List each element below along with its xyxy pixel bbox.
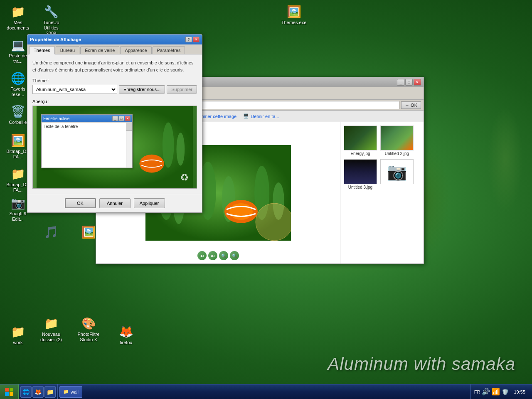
- icon-firefox[interactable]: 🦊 firefox: [111, 323, 140, 347]
- explorer-close-button[interactable]: ✕: [414, 79, 421, 86]
- tab-apparence[interactable]: Apparence: [120, 46, 151, 54]
- definir-link[interactable]: 🖥️ Définir en ta...: [243, 113, 279, 119]
- tab-parametres[interactable]: Paramètres: [153, 46, 185, 54]
- work-icon: 📁: [11, 325, 25, 338]
- desktop: 📁 Mes documents 🔧 TuneUp Utilities 2009 …: [0, 0, 532, 399]
- nouveau-dossier-icon: 📁: [44, 317, 58, 330]
- snagit-icon: 📷: [11, 196, 25, 209]
- dialog-cancel-button[interactable]: Annuler: [99, 198, 131, 208]
- dialog-help-button[interactable]: ?: [185, 37, 192, 42]
- tray-volume-icon[interactable]: 🔊: [482, 388, 490, 396]
- thumb-untitled3-label: Untitled 3.jpg: [344, 185, 377, 190]
- icon-tuneup[interactable]: 🔧 TuneUp Utilities 2009: [37, 3, 66, 38]
- preview-mini-content: Texte de la fenêtre: [42, 122, 132, 168]
- thumb-untitled3-image: [344, 159, 377, 184]
- themes-exe-label: Themes.exe: [281, 20, 307, 25]
- desktop-watermark: Aluminum with samaka: [328, 354, 515, 374]
- icon-photofiltre[interactable]: 🎨 PhotoFiltre Studio X: [74, 315, 103, 344]
- dialog-content: Un thème comprend une image d'arrière-pl…: [27, 54, 202, 194]
- theme-select[interactable]: Aluminum_with_samaka: [32, 85, 117, 94]
- explorer-minimize-button[interactable]: _: [397, 79, 404, 86]
- prev-zoom-in-button[interactable]: 🔍: [219, 251, 228, 260]
- quicklaunch-firefox[interactable]: 🦊: [32, 386, 44, 398]
- prev-zoom-out-button[interactable]: 🔍: [230, 251, 239, 260]
- dialog-title-text: Propriétés de Affichage: [30, 37, 81, 42]
- taskbar: 🌐 🦊 📁 📁 wall FR 🔊 📶 🛡️ 19:55: [0, 384, 532, 399]
- explorer-maximize-button[interactable]: □: [405, 79, 413, 86]
- taskbar-app-wall[interactable]: 📁 wall: [59, 386, 82, 398]
- thumb-grid: Energy.jpg Untitled 2.jpg Untitled 3.jpg…: [344, 126, 420, 190]
- preview-mini-scrollbar[interactable]: [126, 123, 132, 167]
- dialog-window-controls[interactable]: ? ✕: [185, 37, 200, 42]
- taskbar-quicklaunch: 🌐 🦊 📁: [19, 384, 58, 399]
- thumb-untitled3[interactable]: Untitled 3.jpg: [344, 159, 377, 190]
- dialog-tabs[interactable]: Thèmes Bureau Écran de veille Apparence …: [27, 44, 202, 54]
- go-arrow-icon: →: [405, 103, 409, 108]
- thumb-untitled2[interactable]: Untitled 2.jpg: [380, 126, 414, 156]
- taskbar-app-folder-icon: 📁: [63, 389, 69, 394]
- svg-point-9: [256, 203, 291, 241]
- app2-icon: 🖼️: [82, 225, 95, 239]
- tray-network-icon[interactable]: 📶: [492, 388, 500, 396]
- dialog-titlebar: Propriétés de Affichage ? ✕: [27, 34, 202, 44]
- address-go-button[interactable]: → OK: [401, 101, 421, 109]
- scrollbar-thumb: [126, 123, 132, 131]
- taskbar-tray: FR 🔊 📶 🛡️ 19:55: [470, 384, 532, 399]
- dialog-description: Un thème comprend une image d'arrière-pl…: [32, 59, 197, 73]
- dialog-apply-button[interactable]: Appliquer: [134, 198, 165, 208]
- app1-icon: 🎵: [44, 225, 58, 239]
- work-label: work: [5, 340, 31, 345]
- nouveau-dossier-label: Nouveau dossier (2): [38, 332, 64, 342]
- preview-controls[interactable]: ⏮ ⏭ 🔍 🔍: [197, 251, 239, 260]
- thumb-energy-image: [344, 126, 377, 150]
- prev-play-button[interactable]: ⏭: [208, 251, 217, 260]
- preview-mini-text: Texte de la fenêtre: [44, 124, 78, 129]
- corbeille-icon: 🗑️: [11, 105, 25, 118]
- theme-preview-box: Fenêtre active _ □ ✕ Texte de la fenêtre: [32, 106, 197, 189]
- mes-documents-label: Mes documents: [5, 20, 31, 31]
- icon-themes-exe[interactable]: 🖼️ Themes.exe: [279, 3, 308, 27]
- quicklaunch-explorer[interactable]: 📁: [44, 386, 56, 398]
- thumb-camera[interactable]: 📷: [380, 159, 414, 190]
- save-theme-button[interactable]: Enregistrer sous...: [119, 85, 165, 94]
- theme-field-label: Thème :: [32, 78, 197, 83]
- tray-security-icon[interactable]: 🛡️: [502, 389, 509, 395]
- thumb-energy[interactable]: Energy.jpg: [344, 126, 377, 156]
- favoris-reseau-icon: 🌐: [11, 71, 25, 85]
- start-logo: [5, 388, 13, 396]
- preview-mini-minimize[interactable]: _: [112, 116, 118, 121]
- icon-nouveau-dossier[interactable]: 📁 Nouveau dossier (2): [37, 315, 66, 344]
- thumb-untitled2-image: [380, 126, 414, 150]
- dialog-close-button[interactable]: ✕: [193, 37, 200, 42]
- svg-point-14: [163, 123, 174, 168]
- preview-mini-maximize[interactable]: □: [118, 116, 124, 121]
- preview-mini-close[interactable]: ✕: [125, 116, 131, 121]
- tray-lang: FR: [474, 389, 480, 394]
- tab-themes[interactable]: Thèmes: [29, 46, 55, 54]
- dialog-footer: OK Annuler Appliquer: [27, 194, 202, 212]
- firefox-icon: 🦊: [119, 325, 133, 338]
- delete-theme-button[interactable]: Supprimer: [167, 85, 197, 94]
- dialog-ok-button[interactable]: OK: [65, 198, 96, 208]
- explorer-controls[interactable]: _ □ ✕: [397, 79, 421, 86]
- preview-mini-controls[interactable]: _ □ ✕: [112, 116, 131, 121]
- themes-folder-icon: 📁: [11, 167, 25, 180]
- mes-documents-icon: 📁: [11, 5, 25, 18]
- icon-work[interactable]: 📁 work: [3, 323, 32, 347]
- taskbar-app-wall-label: wall: [71, 389, 79, 394]
- tab-ecran-veille[interactable]: Écran de veille: [80, 46, 119, 54]
- taskbar-apps: 📁 wall: [58, 384, 470, 399]
- tuneup-icon: 🔧: [44, 5, 58, 18]
- icon-mes-documents[interactable]: 📁 Mes documents: [3, 3, 32, 32]
- thumb-camera-image: 📷: [380, 159, 414, 184]
- svg-point-15: [177, 133, 185, 165]
- preview-recycle-icon: ♻: [180, 172, 193, 185]
- quicklaunch-ie[interactable]: 🌐: [20, 386, 32, 398]
- prev-rewind-button[interactable]: ⏮: [197, 251, 207, 260]
- start-button[interactable]: [0, 384, 19, 399]
- tab-bureau[interactable]: Bureau: [56, 46, 79, 54]
- icon-app1[interactable]: 🎵: [37, 224, 66, 242]
- photofiltre-label: PhotoFiltre Studio X: [76, 332, 101, 342]
- display-properties-dialog: Propriétés de Affichage ? ✕ Thèmes Burea…: [27, 34, 202, 213]
- svg-point-16: [139, 155, 164, 173]
